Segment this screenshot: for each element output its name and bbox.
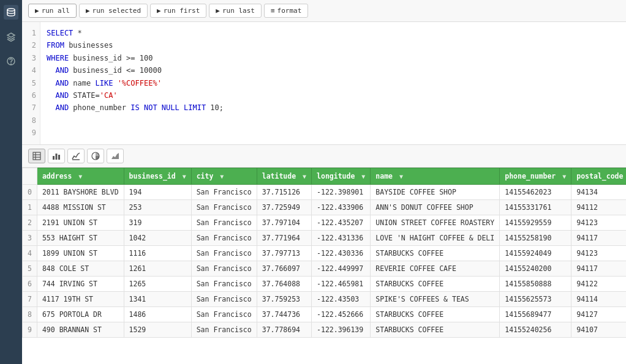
cell-address: 553 HAIGHT ST xyxy=(37,230,124,245)
cell-name: ANN'S DONUT COFFEE SHOP xyxy=(371,199,500,215)
line-chart-btn[interactable] xyxy=(67,149,85,163)
cell-latitude: 37.797104 xyxy=(257,215,311,230)
database-icon[interactable] xyxy=(4,5,18,20)
cell-business_id: 1042 xyxy=(124,230,191,245)
cell-address: 675 PORTOLA DR xyxy=(37,306,124,322)
cell-name: STARBUCKS COFFEE xyxy=(371,322,500,337)
cell-business_id: 1261 xyxy=(124,261,191,276)
cell-business_id: 1116 xyxy=(124,245,191,261)
run-first-icon: ▶ xyxy=(157,7,161,15)
row-num-cell: 0 xyxy=(23,184,37,199)
col-header-longitude[interactable]: longitude ▼ xyxy=(312,168,371,184)
help-icon[interactable] xyxy=(4,54,18,69)
layers-icon[interactable] xyxy=(4,29,18,44)
cell-phone_number: 14155850888 xyxy=(500,276,571,291)
cell-city: San Francisco xyxy=(191,184,257,199)
cell-business_id: 1529 xyxy=(124,322,191,337)
col-header-latitude[interactable]: latitude ▼ xyxy=(257,168,311,184)
cell-postal_code: 94123 xyxy=(571,245,626,261)
row-num-cell: 7 xyxy=(23,291,37,306)
svg-rect-7 xyxy=(53,156,55,160)
cell-city: San Francisco xyxy=(191,276,257,291)
cell-postal_code: 94117 xyxy=(571,230,626,245)
cell-longitude: -122.452666 xyxy=(312,306,371,322)
cell-postal_code: 94107 xyxy=(571,322,626,337)
area-chart-btn[interactable] xyxy=(107,149,124,163)
row-num-cell: 1 xyxy=(23,199,37,215)
cell-latitude: 37.771964 xyxy=(257,230,311,245)
cell-business_id: 194 xyxy=(124,184,191,199)
table-row: 5848 COLE ST1261San Francisco37.766097-1… xyxy=(23,261,627,276)
svg-rect-9 xyxy=(58,155,60,160)
cell-latitude: 37.759253 xyxy=(257,291,311,306)
bar-chart-btn[interactable] xyxy=(48,149,65,163)
cell-city: San Francisco xyxy=(191,245,257,261)
run-first-button[interactable]: ▶ run first xyxy=(150,4,206,18)
sql-code[interactable]: SELECT * FROM businesses WHERE business_… xyxy=(40,22,626,144)
run-last-button[interactable]: ▶ run last xyxy=(209,4,262,18)
table-row: 3553 HAIGHT ST1042San Francisco37.771964… xyxy=(23,230,627,245)
run-all-button[interactable]: ▶ run all xyxy=(28,4,77,18)
cell-name: REVERIE COFFEE CAFE xyxy=(371,261,500,276)
row-num-cell: 2 xyxy=(23,215,37,230)
cell-longitude: -122.435207 xyxy=(312,215,371,230)
cell-address: 4117 19TH ST xyxy=(37,291,124,306)
table-row: 22191 UNION ST319San Francisco37.797104-… xyxy=(23,215,627,230)
format-icon: ≡ xyxy=(271,7,275,15)
cell-longitude: -122.433906 xyxy=(312,199,371,215)
cell-name: STARBUCKS COFFEE xyxy=(371,306,500,322)
row-num-cell: 4 xyxy=(23,245,37,261)
cell-latitude: 37.744736 xyxy=(257,306,311,322)
cell-longitude: -122.398901 xyxy=(312,184,371,199)
table-row: 9490 BRANNAN ST1529San Francisco37.77869… xyxy=(23,322,627,337)
cell-city: San Francisco xyxy=(191,306,257,322)
cell-postal_code: 94134 xyxy=(571,184,626,199)
query-toolbar: ▶ run all ▶ run selected ▶ run first ▶ r… xyxy=(22,0,626,22)
col-header-city[interactable]: city ▼ xyxy=(191,168,257,184)
svg-rect-8 xyxy=(56,154,58,160)
cell-address: 490 BRANNAN ST xyxy=(37,322,124,337)
cell-latitude: 37.725949 xyxy=(257,199,311,215)
col-header-name[interactable]: name ▼ xyxy=(371,168,500,184)
row-num-cell: 6 xyxy=(23,276,37,291)
cell-postal_code: 94117 xyxy=(571,261,626,276)
run-all-icon: ▶ xyxy=(35,7,39,15)
cell-name: SPIKE'S COFFEES & TEAS xyxy=(371,291,500,306)
cell-longitude: -122.43503 xyxy=(312,291,371,306)
cell-city: San Francisco xyxy=(191,230,257,245)
row-num-cell: 8 xyxy=(23,306,37,322)
cell-phone_number: 14155924049 xyxy=(500,245,571,261)
main-content: ▶ run all ▶ run selected ▶ run first ▶ r… xyxy=(22,0,626,364)
cell-phone_number: 14155240256 xyxy=(500,322,571,337)
table-row: 74117 19TH ST1341San Francisco37.759253-… xyxy=(23,291,627,306)
cell-longitude: -122.431336 xyxy=(312,230,371,245)
run-selected-icon: ▶ xyxy=(86,7,90,15)
cell-name: BAYSIDE COFFEE SHOP xyxy=(371,184,500,199)
col-header-address[interactable]: address ▼ xyxy=(37,168,124,184)
svg-point-2 xyxy=(11,64,12,65)
table-row: 14488 MISSION ST253San Francisco37.72594… xyxy=(23,199,627,215)
row-num-cell: 5 xyxy=(23,261,37,276)
svg-point-0 xyxy=(7,9,15,11)
results-table-container[interactable]: address ▼ business_id ▼ city ▼ latitude … xyxy=(22,168,626,364)
col-header-postal[interactable]: postal_code ▼ xyxy=(571,168,626,184)
cell-postal_code: 94123 xyxy=(571,215,626,230)
cell-business_id: 319 xyxy=(124,215,191,230)
col-header-business-id[interactable]: business_id ▼ xyxy=(124,168,191,184)
format-button[interactable]: ≡ format xyxy=(264,4,308,18)
cell-business_id: 1486 xyxy=(124,306,191,322)
cell-phone_number: 14155331761 xyxy=(500,199,571,215)
cell-phone_number: 14155625573 xyxy=(500,291,571,306)
table-view-btn[interactable] xyxy=(28,149,45,163)
pie-chart-btn[interactable] xyxy=(87,149,104,163)
row-num-cell: 3 xyxy=(23,230,37,245)
cell-name: STARBUCKS COFFEE xyxy=(371,276,500,291)
col-header-phone[interactable]: phone_number ▼ xyxy=(500,168,571,184)
line-numbers: 1 2 3 4 5 6 7 8 9 xyxy=(22,22,40,144)
sql-editor[interactable]: 1 2 3 4 5 6 7 8 9 SELECT * FROM business… xyxy=(22,22,626,145)
cell-latitude: 37.778694 xyxy=(257,322,311,337)
sidebar xyxy=(0,0,22,364)
cell-address: 2011 BAYSHORE BLVD xyxy=(37,184,124,199)
cell-latitude: 37.715126 xyxy=(257,184,311,199)
run-selected-button[interactable]: ▶ run selected xyxy=(79,4,148,18)
